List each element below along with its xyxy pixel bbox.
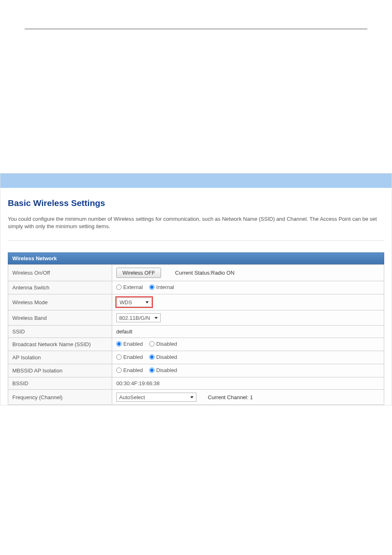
radio-mbssid-enabled[interactable]: Enabled [116, 367, 143, 373]
settings-panel: Basic Wireless Settings You could config… [0, 188, 392, 405]
row-broadcast: Broadcast Network Name (SSID) Enabled Di… [8, 338, 384, 351]
radio-broadcast-disabled-input[interactable] [149, 341, 154, 347]
label-wireless-mode: Wireless Mode [8, 294, 112, 310]
cell-wireless-onoff: Wireless OFF Current Status:Radio ON [112, 265, 384, 281]
radio-apiso-disabled-label: Disabled [156, 354, 177, 360]
cell-frequency: AutoSelect Current Channel: 1 [112, 390, 384, 405]
label-antenna-switch: Antenna Switch [8, 281, 112, 294]
cell-ssid [112, 326, 384, 338]
frequency-select[interactable]: AutoSelect [116, 393, 196, 402]
top-blue-bar [0, 173, 392, 188]
divider [8, 240, 384, 241]
radio-apiso-enabled-input[interactable] [116, 354, 122, 360]
cell-ap-isolation: Enabled Disabled [112, 351, 384, 364]
label-frequency: Frequency (Channel) [8, 390, 112, 405]
row-antenna-switch: Antenna Switch External Internal [8, 281, 384, 294]
row-ssid: SSID [8, 326, 384, 338]
wireless-band-select[interactable]: 802.11B/G/N [116, 313, 161, 322]
chevron-down-icon [154, 317, 158, 319]
row-wireless-band: Wireless Band 802.11B/G/N [8, 310, 384, 326]
cell-wireless-band: 802.11B/G/N [112, 310, 384, 326]
label-bssid: BSSID [8, 377, 112, 390]
radio-mbssid-enabled-label: Enabled [123, 367, 143, 373]
cell-broadcast: Enabled Disabled [112, 338, 384, 351]
cell-antenna-switch: External Internal [112, 281, 384, 294]
current-channel-text: Current Channel: 1 [208, 394, 253, 400]
radio-external[interactable]: External [116, 284, 143, 290]
radio-internal-label: Internal [156, 284, 174, 290]
page-title: Basic Wireless Settings [8, 198, 384, 208]
radio-internal[interactable]: Internal [149, 284, 174, 290]
radio-broadcast-disabled[interactable]: Disabled [149, 341, 177, 347]
cell-mbssid: Enabled Disabled [112, 364, 384, 377]
row-wireless-mode: Wireless Mode WDS [8, 294, 384, 310]
cell-bssid: 00:30:4F:19:66:38 [112, 377, 384, 390]
radio-broadcast-enabled-label: Enabled [123, 341, 143, 347]
ssid-input[interactable] [116, 328, 380, 335]
label-ssid: SSID [8, 326, 112, 338]
wireless-band-value: 802.11B/G/N [119, 315, 150, 321]
radio-broadcast-enabled[interactable]: Enabled [116, 341, 143, 347]
radio-mbssid-disabled-input[interactable] [149, 368, 154, 373]
bssid-value: 00:30:4F:19:66:38 [116, 380, 160, 386]
radio-mbssid-disabled[interactable]: Disabled [149, 367, 177, 373]
radio-external-input[interactable] [116, 284, 122, 290]
row-frequency: Frequency (Channel) AutoSelect Current C… [8, 390, 384, 405]
row-wireless-onoff: Wireless On/Off Wireless OFF Current Sta… [8, 265, 384, 281]
radio-external-label: External [123, 284, 143, 290]
radio-apiso-disabled[interactable]: Disabled [149, 354, 177, 360]
label-wireless-band: Wireless Band [8, 310, 112, 326]
label-ap-isolation: AP Isolation [8, 351, 112, 364]
radio-broadcast-disabled-label: Disabled [156, 341, 177, 347]
chevron-down-icon [145, 301, 149, 303]
label-broadcast: Broadcast Network Name (SSID) [8, 338, 112, 351]
chevron-down-icon [190, 396, 194, 398]
wireless-mode-select[interactable]: WDS [117, 298, 152, 307]
settings-table: Wireless On/Off Wireless OFF Current Sta… [8, 264, 384, 405]
row-mbssid: MBSSID AP Isolation Enabled Disabled [8, 364, 384, 377]
page-divider [25, 29, 367, 33]
radio-apiso-enabled[interactable]: Enabled [116, 354, 143, 360]
radio-apiso-disabled-input[interactable] [149, 354, 154, 360]
radio-mbssid-enabled-input[interactable] [116, 368, 122, 373]
radio-status-text: Current Status:Radio ON [175, 270, 235, 276]
wireless-mode-highlight: WDS [115, 296, 153, 308]
radio-broadcast-enabled-input[interactable] [116, 341, 122, 347]
cell-wireless-mode: WDS [112, 294, 384, 310]
radio-apiso-enabled-label: Enabled [123, 354, 143, 360]
wireless-mode-value: WDS [120, 299, 132, 305]
label-mbssid: MBSSID AP Isolation [8, 364, 112, 377]
radio-internal-input[interactable] [149, 284, 154, 290]
frequency-value: AutoSelect [119, 394, 145, 400]
radio-mbssid-disabled-label: Disabled [156, 367, 177, 373]
section-header-wireless-network: Wireless Network [8, 252, 384, 264]
page-description: You could configure the minimum number o… [8, 215, 384, 230]
row-bssid: BSSID 00:30:4F:19:66:38 [8, 377, 384, 390]
wireless-off-button[interactable]: Wireless OFF [116, 268, 161, 278]
label-wireless-onoff: Wireless On/Off [8, 265, 112, 281]
settings-container: Basic Wireless Settings You could config… [0, 173, 392, 405]
row-ap-isolation: AP Isolation Enabled Disabled [8, 351, 384, 364]
